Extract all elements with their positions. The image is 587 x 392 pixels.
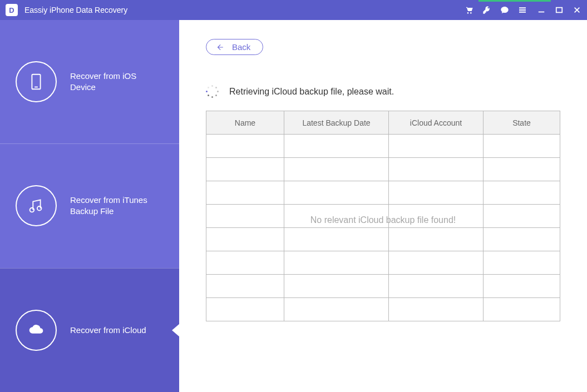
- backup-table: Name Latest Backup Date iCloud Account S…: [206, 111, 560, 321]
- back-button[interactable]: Back: [206, 39, 263, 55]
- svg-rect-0: [539, 12, 545, 13]
- table-row: [206, 251, 560, 275]
- sidebar-item-itunes-backup[interactable]: Recover from iTunes Backup File: [0, 143, 179, 267]
- sidebar-item-label: Recover from iCloud: [70, 325, 146, 336]
- menu-icon[interactable]: [518, 6, 527, 14]
- col-latest-backup-date: Latest Backup Date: [284, 111, 389, 135]
- table-row: [206, 298, 560, 321]
- content-area: Back Retrieving iCloud backup file, plea…: [179, 20, 587, 392]
- col-name: Name: [206, 111, 284, 135]
- col-icloud-account: iCloud Account: [389, 111, 484, 135]
- table-row: [206, 205, 560, 228]
- key-icon[interactable]: [482, 6, 491, 14]
- chat-icon[interactable]: [500, 6, 509, 14]
- col-state: State: [484, 111, 560, 135]
- back-button-label: Back: [232, 42, 250, 52]
- table-row: [206, 158, 560, 181]
- table-row: [206, 228, 560, 251]
- cart-icon[interactable]: [465, 6, 473, 14]
- status-text: Retrieving iCloud backup file, please wa…: [229, 87, 394, 97]
- table-row: [206, 275, 560, 298]
- maximize-button[interactable]: [555, 6, 564, 14]
- phone-icon: [16, 61, 57, 102]
- cloud-icon: [16, 310, 57, 351]
- title-bar: D Eassiy iPhone Data Recovery: [0, 0, 587, 20]
- sidebar-item-label: Recover from iOS Device: [70, 71, 159, 93]
- sidebar-item-icloud[interactable]: Recover from iCloud: [0, 268, 179, 392]
- sidebar-item-ios-device[interactable]: Recover from iOS Device: [0, 20, 179, 143]
- accent-strip: [479, 0, 551, 2]
- close-button[interactable]: [573, 6, 581, 14]
- minimize-button[interactable]: [537, 6, 546, 14]
- app-logo: D: [6, 4, 18, 16]
- app-title: Eassiy iPhone Data Recovery: [24, 6, 127, 14]
- loading-spinner-icon: [206, 85, 219, 98]
- table-header-row: Name Latest Backup Date iCloud Account S…: [206, 111, 560, 135]
- music-note-icon: [16, 185, 57, 226]
- svg-rect-1: [556, 8, 563, 13]
- table-row: [206, 181, 560, 205]
- table-row: [206, 135, 560, 158]
- titlebar-actions: [465, 6, 527, 14]
- sidebar-item-label: Recover from iTunes Backup File: [70, 195, 159, 217]
- status-row: Retrieving iCloud backup file, please wa…: [206, 85, 560, 98]
- sidebar: Recover from iOS Device Recover from iTu…: [0, 20, 179, 392]
